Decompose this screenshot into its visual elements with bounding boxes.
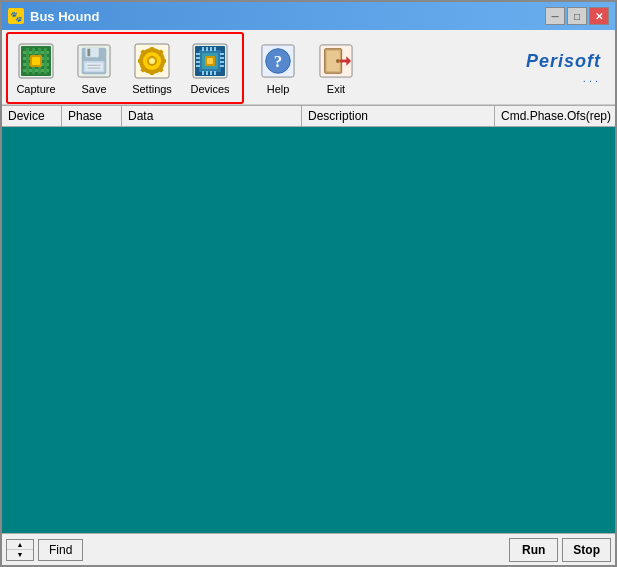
run-button[interactable]: Run xyxy=(509,538,558,562)
svg-rect-42 xyxy=(220,57,224,59)
app-icon: 🐾 xyxy=(8,8,24,24)
capture-label: Capture xyxy=(16,83,55,95)
save-icon xyxy=(75,42,113,80)
logo-text: Perisoft xyxy=(526,51,601,72)
devices-label: Devices xyxy=(190,83,229,95)
svg-rect-50 xyxy=(206,71,208,75)
toolbar-items: Capture Save xyxy=(8,34,364,100)
settings-button[interactable]: Settings xyxy=(124,34,180,100)
svg-point-61 xyxy=(336,59,340,63)
find-button[interactable]: Find xyxy=(38,539,83,561)
svg-rect-17 xyxy=(86,62,103,70)
col-header-data: Data xyxy=(122,106,302,126)
svg-rect-11 xyxy=(32,57,40,65)
svg-rect-52 xyxy=(214,71,216,75)
capture-button[interactable]: Capture xyxy=(8,34,64,100)
svg-rect-44 xyxy=(220,65,224,67)
svg-rect-26 xyxy=(150,70,154,75)
perisoft-logo: Perisoft ... xyxy=(526,51,609,84)
title-bar: 🐾 Bus Hound ─ □ ✕ xyxy=(2,2,615,30)
close-button[interactable]: ✕ xyxy=(589,7,609,25)
help-label: Help xyxy=(267,83,290,95)
save-button[interactable]: Save xyxy=(66,34,122,100)
spin-down-button[interactable]: ▼ xyxy=(7,550,33,560)
svg-rect-46 xyxy=(206,47,208,51)
svg-rect-25 xyxy=(150,47,154,52)
window-title: Bus Hound xyxy=(30,9,545,24)
help-icon: ? xyxy=(259,42,297,80)
settings-label: Settings xyxy=(132,83,172,95)
devices-icon xyxy=(191,42,229,80)
svg-rect-49 xyxy=(202,71,204,75)
svg-rect-6 xyxy=(26,48,29,74)
exit-label: Exit xyxy=(327,83,345,95)
exit-button[interactable]: Exit xyxy=(308,34,364,100)
stop-button[interactable]: Stop xyxy=(562,538,611,562)
column-headers: Device Phase Data Description Cmd.Phase.… xyxy=(2,105,615,127)
main-window: 🐾 Bus Hound ─ □ ✕ xyxy=(0,0,617,567)
svg-rect-48 xyxy=(214,47,216,51)
svg-rect-43 xyxy=(220,61,224,63)
svg-rect-27 xyxy=(138,59,143,63)
svg-rect-39 xyxy=(196,61,200,63)
svg-rect-45 xyxy=(202,47,204,51)
capture-icon xyxy=(17,42,55,80)
svg-point-24 xyxy=(149,58,155,64)
spin-box[interactable]: ▲ ▼ xyxy=(6,539,34,561)
spin-up-button[interactable]: ▲ xyxy=(7,540,33,551)
devices-button[interactable]: Devices xyxy=(182,34,238,100)
data-area[interactable] xyxy=(2,127,615,533)
svg-rect-19 xyxy=(87,67,100,68)
svg-rect-54 xyxy=(207,58,213,64)
svg-rect-37 xyxy=(196,53,200,55)
svg-text:?: ? xyxy=(274,51,283,70)
svg-rect-28 xyxy=(161,59,166,63)
exit-icon xyxy=(317,42,355,80)
help-button[interactable]: ? Help xyxy=(250,34,306,100)
logo-dots: ... xyxy=(583,72,601,84)
svg-rect-41 xyxy=(220,53,224,55)
col-header-desc: Description xyxy=(302,106,495,126)
toolbar: Capture Save xyxy=(2,30,615,105)
svg-rect-18 xyxy=(87,64,100,65)
settings-icon xyxy=(133,42,171,80)
svg-rect-15 xyxy=(87,48,90,56)
title-bar-buttons: ─ □ ✕ xyxy=(545,7,609,25)
col-header-cmd: Cmd.Phase.Ofs(rep) xyxy=(495,106,615,126)
minimize-button[interactable]: ─ xyxy=(545,7,565,25)
status-bar: ▲ ▼ Find Run Stop xyxy=(2,533,615,565)
maximize-button[interactable]: □ xyxy=(567,7,587,25)
svg-rect-47 xyxy=(210,47,212,51)
col-header-phase: Phase xyxy=(62,106,122,126)
col-header-device: Device xyxy=(2,106,62,126)
svg-rect-40 xyxy=(196,65,200,67)
svg-rect-9 xyxy=(44,48,47,74)
svg-rect-38 xyxy=(196,57,200,59)
svg-rect-51 xyxy=(210,71,212,75)
save-label: Save xyxy=(81,83,106,95)
